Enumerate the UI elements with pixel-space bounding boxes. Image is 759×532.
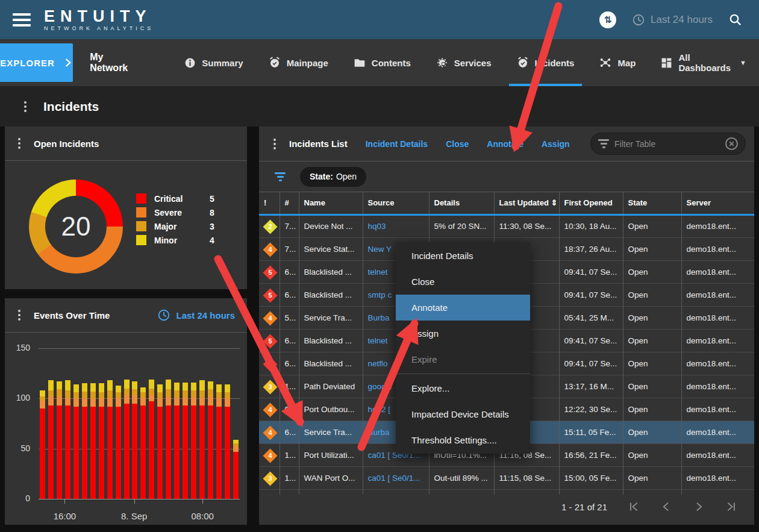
name-cell: Port Utilizati... bbox=[299, 443, 363, 466]
page-kebab-menu-icon[interactable] bbox=[24, 101, 27, 112]
stacked-bar[interactable] bbox=[208, 381, 213, 499]
stacked-bar[interactable] bbox=[225, 384, 230, 499]
events-bar-chart[interactable]: 15010050016:008. Sep08:00 bbox=[39, 348, 240, 499]
menu-item-explore[interactable]: Explore... bbox=[396, 375, 530, 401]
events-kebab-menu-icon[interactable] bbox=[18, 310, 20, 321]
column-header-number[interactable]: # bbox=[280, 192, 299, 214]
menu-item-incident-details[interactable]: Incident Details bbox=[396, 243, 530, 269]
column-header-details[interactable]: Details bbox=[429, 192, 494, 214]
stacked-bar[interactable] bbox=[116, 386, 121, 499]
source-cell[interactable]: hq03 bbox=[363, 214, 429, 237]
column-header-state[interactable]: State bbox=[623, 192, 681, 214]
filter-table-input[interactable] bbox=[614, 139, 725, 149]
stacked-bar[interactable] bbox=[99, 383, 104, 499]
stacked-bar[interactable] bbox=[73, 384, 79, 499]
incident-details-button[interactable]: Incident Details bbox=[366, 139, 428, 149]
stacked-bar[interactable] bbox=[82, 383, 87, 499]
bar-segment-major bbox=[149, 389, 154, 395]
open-incidents-title: Open Incidents bbox=[34, 139, 99, 149]
tab-mainpage[interactable]: Mainpage bbox=[256, 39, 341, 86]
bar-segment-minor bbox=[73, 384, 79, 392]
filters-icon[interactable] bbox=[275, 172, 286, 181]
bar-segment-minor bbox=[90, 383, 96, 391]
column-header-last-updated[interactable]: Last Updated⇕ bbox=[494, 192, 559, 214]
stacked-bar[interactable] bbox=[174, 383, 180, 499]
column-header-first-opened[interactable]: First Opened bbox=[559, 192, 623, 214]
stacked-bar[interactable] bbox=[132, 381, 137, 499]
table-row[interactable]: 3 bbox=[259, 489, 754, 495]
column-header-severity[interactable]: ! bbox=[259, 192, 280, 214]
column-header-source[interactable]: Source bbox=[363, 192, 429, 214]
stacked-bar[interactable] bbox=[48, 380, 54, 499]
events-time-range[interactable]: Last 24 hours bbox=[157, 308, 235, 322]
menu-item-impacted-device-details[interactable]: Impacted Device Details bbox=[396, 401, 530, 427]
close-button[interactable]: Close bbox=[446, 139, 469, 149]
prev-page-icon[interactable] bbox=[660, 501, 672, 513]
tab-map[interactable]: Map bbox=[587, 39, 648, 86]
stacked-bar[interactable] bbox=[40, 390, 45, 499]
tab-contents[interactable]: Contents bbox=[341, 39, 423, 86]
search-icon[interactable] bbox=[728, 13, 742, 27]
name-cell: Path Deviated bbox=[299, 375, 363, 398]
bar-segment-minor bbox=[140, 387, 146, 392]
stacked-bar[interactable] bbox=[124, 380, 130, 499]
explorer-button[interactable]: EXPLORER bbox=[0, 43, 73, 82]
tab-services[interactable]: Services bbox=[423, 39, 504, 86]
legend-count: 3 bbox=[210, 222, 214, 231]
annotate-button[interactable]: Annotate bbox=[487, 139, 523, 149]
column-header-server[interactable]: Server bbox=[681, 192, 754, 214]
stacked-bar[interactable] bbox=[233, 440, 239, 499]
context-selector[interactable]: My Network bbox=[90, 52, 128, 74]
incidents-list-kebab-menu-icon[interactable] bbox=[273, 139, 276, 149]
stacked-bar[interactable] bbox=[191, 383, 196, 499]
menu-item-close[interactable]: Close bbox=[396, 269, 530, 295]
filter-table-input-wrap: ✕ bbox=[590, 133, 746, 155]
time-range-selector[interactable]: Last 24 hours bbox=[632, 13, 713, 27]
stacked-bar[interactable] bbox=[140, 387, 146, 499]
last-page-icon[interactable] bbox=[725, 501, 737, 513]
stacked-bar[interactable] bbox=[149, 380, 154, 499]
events-title: Events Over Time bbox=[34, 310, 110, 321]
table-row[interactable]: 27...Device Not ...hq035% of 20 SN...11:… bbox=[259, 214, 754, 237]
stacked-bar[interactable] bbox=[183, 383, 188, 499]
tab-summary[interactable]: Summary bbox=[171, 39, 255, 86]
stacked-bar[interactable] bbox=[57, 381, 62, 499]
stacked-bar[interactable] bbox=[157, 384, 163, 499]
bar-segment-severe bbox=[107, 398, 113, 407]
stacked-bar[interactable] bbox=[166, 380, 171, 499]
menu-item-threshold-settings[interactable]: Threshold Settings.... bbox=[396, 427, 530, 453]
legend-item-critical[interactable]: Critical5 bbox=[136, 192, 214, 205]
table-header-row[interactable]: !#NameSourceDetailsLast Updated⇕First Op… bbox=[259, 192, 754, 214]
stacked-bar[interactable] bbox=[90, 383, 96, 499]
hamburger-menu-icon[interactable] bbox=[13, 13, 31, 27]
table-row[interactable]: 31...WAN Port O...ca01 [ Se0/1...Out-uti… bbox=[259, 466, 754, 489]
bar-segment-critical bbox=[132, 404, 137, 499]
stacked-bar[interactable] bbox=[65, 380, 70, 499]
x-axis-label: 8. Sep bbox=[121, 511, 147, 521]
clear-filter-icon[interactable]: ✕ bbox=[725, 137, 738, 150]
open-incidents-kebab-menu-icon[interactable] bbox=[18, 138, 20, 149]
source-cell[interactable]: ca01 [ Se0/1... bbox=[363, 466, 429, 489]
swap-arrows-icon[interactable]: ⇅ bbox=[599, 11, 616, 28]
state-filter-chip[interactable]: State: Open bbox=[300, 167, 366, 187]
bar-segment-minor bbox=[225, 384, 230, 392]
next-page-icon[interactable] bbox=[693, 501, 705, 513]
stacked-bar[interactable] bbox=[107, 380, 113, 499]
open-incidents-donut-chart[interactable]: 20 bbox=[29, 180, 123, 274]
first-page-icon[interactable] bbox=[628, 501, 640, 513]
stacked-bar[interactable] bbox=[216, 384, 222, 499]
menu-item-annotate[interactable]: Annotate bbox=[396, 295, 530, 321]
state-cell: Open bbox=[623, 283, 681, 306]
legend-item-severe[interactable]: Severe8 bbox=[136, 205, 214, 219]
server-cell: demo18.ent... bbox=[681, 329, 754, 352]
menu-item-assign[interactable]: Assign bbox=[396, 321, 530, 346]
assign-button[interactable]: Assign bbox=[542, 139, 570, 149]
legend-item-minor[interactable]: Minor4 bbox=[136, 233, 214, 247]
stacked-bar[interactable] bbox=[199, 380, 205, 499]
column-header-name[interactable]: Name bbox=[299, 192, 363, 214]
source-cell[interactable] bbox=[363, 489, 429, 495]
legend-item-major[interactable]: Major3 bbox=[136, 219, 214, 233]
severity-cell: 3 bbox=[259, 466, 280, 489]
tab-all-dashboards[interactable]: All Dashboards▼ bbox=[648, 39, 759, 86]
tab-incidents[interactable]: Incidents bbox=[504, 39, 587, 86]
